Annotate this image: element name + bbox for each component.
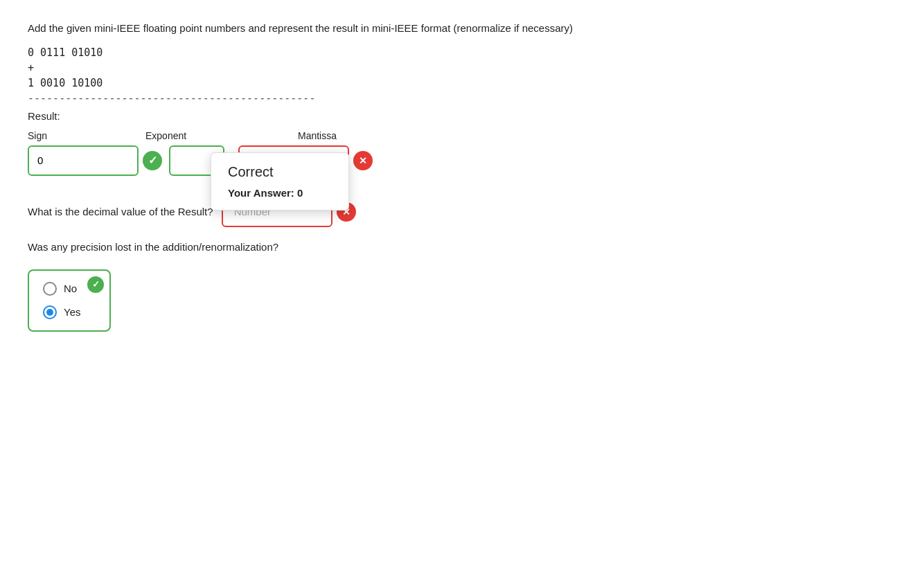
exponent-field-group: Correct Your Answer: 0: [169, 145, 224, 176]
tooltip-popup: Correct Your Answer: 0: [211, 152, 349, 211]
mantissa-x-icon: [353, 151, 373, 170]
tooltip-correct-label: Correct: [228, 164, 332, 180]
sign-label: Sign: [28, 130, 145, 141]
exponent-label: Exponent: [145, 130, 298, 141]
number2: 1 0010 10100: [28, 77, 896, 89]
radio-yes-label: Yes: [64, 306, 80, 318]
divider: ----------------------------------------…: [28, 92, 896, 105]
decimal-section: What is the decimal value of the Result?: [28, 197, 896, 227]
number1: 0 0111 01010: [28, 46, 896, 59]
sign-input-wrapper: [28, 145, 162, 176]
sign-check-icon: [143, 151, 162, 170]
plus-sign: +: [28, 62, 896, 74]
result-label: Result:: [28, 110, 896, 122]
tooltip-answer: Your Answer: 0: [228, 187, 332, 199]
question-text: Add the given mini-IEEE floating point n…: [28, 21, 896, 37]
fields-section: Correct Your Answer: 0: [28, 145, 896, 176]
radio-yes[interactable]: Yes: [43, 305, 96, 319]
decimal-question: What is the decimal value of the Result?: [28, 206, 213, 217]
tooltip-answer-val: 0: [297, 187, 303, 199]
radio-no-circle: [43, 282, 57, 296]
radio-no-label: No: [64, 283, 77, 294]
tooltip-answer-label: Your Answer:: [228, 187, 294, 199]
radio-group: No Yes: [28, 269, 111, 332]
radio-yes-circle: [43, 305, 57, 319]
sign-input[interactable]: [28, 145, 139, 176]
mantissa-label: Mantissa: [298, 130, 337, 141]
precision-question: Was any precision lost in the addition/r…: [28, 241, 896, 253]
radio-check-icon: [87, 276, 104, 293]
sign-field-group: [28, 145, 162, 176]
